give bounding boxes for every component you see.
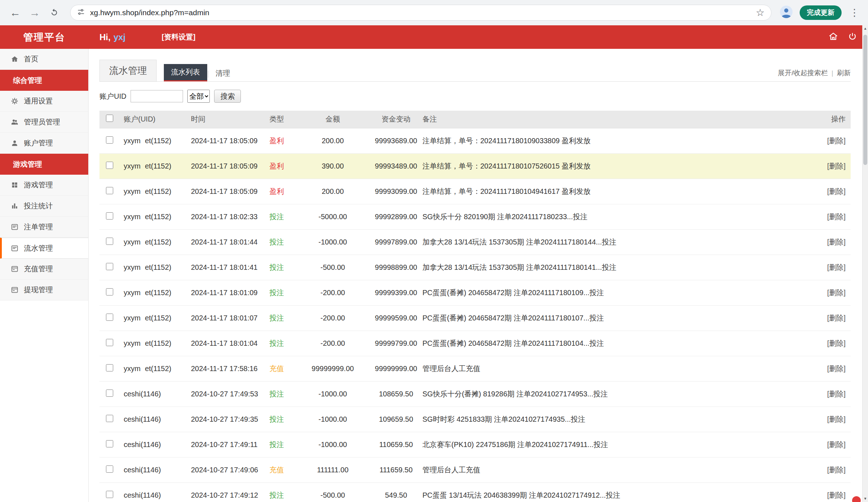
page-scrollbar[interactable]: ▲ ▼ [862, 25, 868, 502]
sidebar-item-account-management[interactable]: 账户管理 [0, 133, 88, 154]
delete-link[interactable]: [删除] [827, 365, 846, 373]
tab-flow-list[interactable]: 流水列表 [164, 64, 207, 81]
users-icon [11, 118, 19, 126]
amount-cell: -500.00 [293, 255, 373, 280]
delete-link[interactable]: [删除] [827, 314, 846, 322]
sidebar-item-general-settings[interactable]: 通用设置 [0, 91, 88, 112]
user-icon [11, 139, 19, 147]
row-checkbox[interactable] [106, 491, 113, 498]
profile-settings-link[interactable]: [资料设置] [162, 32, 195, 42]
balance-cell: 99992899.00 [373, 204, 420, 229]
note-cell: 加拿大28 13/14玩法 1537305期 注单20241117180144.… [420, 229, 810, 255]
row-checkbox[interactable] [106, 238, 113, 245]
chrome-menu-icon[interactable]: ⋮ [848, 7, 861, 18]
toggle-search-link[interactable]: 展开/收起搜索栏 [778, 68, 828, 78]
table-row: yxymet(1152)2024-11-17 18:01:07投注-200.00… [99, 305, 851, 331]
sidebar-section-general[interactable]: 综合管理 [0, 70, 88, 91]
delete-link[interactable]: [删除] [827, 187, 846, 195]
account-suffix: et(1152) [145, 365, 171, 373]
delete-link[interactable]: [删除] [827, 415, 846, 423]
row-checkbox[interactable] [106, 314, 113, 321]
type-label: 充值 [269, 365, 284, 373]
sidebar-item-withdraw-management[interactable]: 提现管理 [0, 280, 88, 301]
balance-cell: 549.50 [373, 482, 420, 502]
account-cell: yxymet(1152) [119, 280, 188, 305]
delete-link[interactable]: [删除] [827, 339, 846, 347]
delete-link[interactable]: [删除] [827, 390, 846, 398]
row-checkbox[interactable] [106, 187, 113, 194]
account-suffix: et(1152) [145, 187, 171, 195]
type-label: 投注 [269, 289, 284, 297]
browser-chrome: ← → xg.hwym.shop/index.php?m=admin ☆ 完成更… [0, 0, 868, 25]
amount-cell: -200.00 [293, 331, 373, 356]
refresh-link[interactable]: 刷新 [837, 68, 851, 78]
scrollbar-up-icon[interactable]: ▲ [863, 25, 868, 32]
select-all-checkbox[interactable] [106, 115, 113, 122]
delete-link[interactable]: [删除] [827, 238, 846, 246]
row-checkbox[interactable] [106, 440, 113, 447]
type-label: 盈利 [269, 137, 284, 145]
amount-cell: 200.00 [293, 128, 373, 153]
amount-cell: -1000.00 [293, 229, 373, 255]
account-type-filter[interactable]: 全部 [187, 90, 210, 103]
delete-link[interactable]: [删除] [827, 162, 846, 170]
delete-link[interactable]: [删除] [827, 441, 846, 448]
amount-cell: 200.00 [293, 179, 373, 204]
delete-link[interactable]: [删除] [827, 213, 846, 221]
account-cell: yxymet(1152) [119, 179, 188, 204]
bookmark-star-icon[interactable]: ☆ [756, 8, 765, 18]
account-suffix: et(1152) [145, 289, 171, 297]
tab-clean[interactable]: 清理 [209, 65, 237, 81]
page-title-tab[interactable]: 流水管理 [99, 60, 157, 81]
flow-list-icon [11, 244, 19, 252]
profile-avatar[interactable] [779, 5, 793, 20]
row-checkbox[interactable] [106, 162, 113, 169]
sidebar-item-admin-management[interactable]: 管理员管理 [0, 112, 88, 133]
row-checkbox[interactable] [106, 465, 113, 473]
table-row: ceshi(1146)2024-10-27 17:49:12投注-500.005… [99, 482, 851, 502]
row-checkbox[interactable] [106, 415, 113, 422]
delete-link[interactable]: [删除] [827, 491, 846, 499]
time-cell: 2024-11-17 18:01:07 [188, 305, 260, 331]
address-bar[interactable]: xg.hwym.shop/index.php?m=admin ☆ [70, 5, 771, 21]
home-icon[interactable] [828, 31, 838, 43]
sidebar-item-game-management[interactable]: 游戏管理 [0, 175, 88, 196]
row-checkbox[interactable] [106, 390, 113, 397]
sidebar-item-home[interactable]: 首页 [0, 49, 88, 70]
delete-link[interactable]: [删除] [827, 289, 846, 297]
uid-input[interactable] [131, 90, 183, 102]
account-suffix: et(1152) [145, 238, 171, 246]
row-checkbox[interactable] [106, 364, 113, 371]
amount-cell: 390.00 [293, 153, 373, 179]
account-cell: yxymet(1152) [119, 153, 188, 179]
sidebar-item-recharge-management[interactable]: 充值管理 [0, 259, 88, 280]
search-button[interactable]: 搜索 [214, 90, 241, 103]
row-checkbox[interactable] [106, 339, 113, 346]
sidebar-item-bet-stats[interactable]: 投注统计 [0, 196, 88, 217]
type-label: 投注 [269, 441, 284, 448]
sidebar-section-games[interactable]: 游戏管理 [0, 154, 88, 175]
sidebar-item-order-management[interactable]: 注单管理 [0, 217, 88, 238]
row-checkbox[interactable] [106, 263, 113, 270]
chrome-update-button[interactable]: 完成更新 [800, 5, 842, 20]
sidebar-item-flow-management[interactable]: 流水管理 [0, 238, 88, 259]
scrollbar-down-icon[interactable]: ▼ [863, 495, 868, 502]
account-cell: yxymet(1152) [119, 331, 188, 356]
row-checkbox[interactable] [106, 288, 113, 295]
site-settings-icon[interactable] [77, 8, 85, 17]
forward-icon[interactable]: → [27, 5, 43, 21]
row-checkbox[interactable] [106, 212, 113, 220]
delete-link[interactable]: [删除] [827, 466, 846, 474]
back-icon[interactable]: ← [7, 5, 23, 21]
flow-table-body: yxymet(1152)2024-11-17 18:05:09盈利200.009… [99, 128, 851, 502]
balance-cell: 109659.50 [373, 407, 420, 432]
row-checkbox[interactable] [106, 136, 113, 144]
balance-cell: 99993689.00 [373, 128, 420, 153]
refresh-icon[interactable] [46, 5, 62, 21]
account-cell: ceshi(1146) [119, 457, 188, 482]
note-cell: SG快乐十分 820190期 注单20241117180233...投注 [420, 204, 810, 229]
delete-link[interactable]: [删除] [827, 137, 846, 145]
logout-power-icon[interactable] [848, 32, 857, 43]
delete-link[interactable]: [删除] [827, 263, 846, 271]
scrollbar-thumb[interactable] [863, 35, 867, 165]
